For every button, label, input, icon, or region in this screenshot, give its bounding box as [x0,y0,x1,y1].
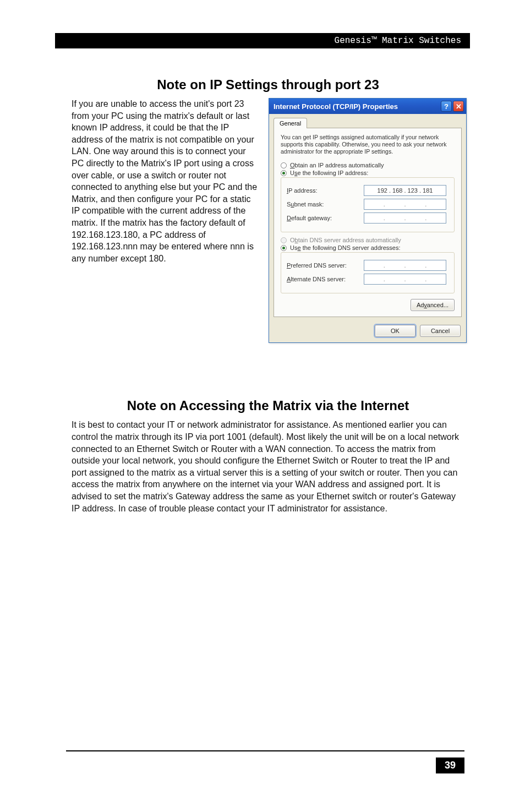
section2-heading: Note on Accessing the Matrix via the Int… [72,398,464,413]
radio-icon [281,237,287,243]
dialog-titlebar[interactable]: Internet Protocol (TCP/IP) Properties ? … [269,99,466,114]
ip-fieldset: IP address: 192 . 168 . 123 . 181 Subnet… [281,177,455,232]
radio-obtain-dns-auto: Obtain DNS server address automatically [281,237,455,243]
dns-fieldset: Preferred DNS server: ... Alternate DNS … [281,252,455,293]
radio-use-following-ip[interactable]: Use the following IP address: [281,170,455,176]
radio-icon [281,170,287,176]
header-bar: Genesis™ Matrix Switches [55,33,470,48]
radio-icon [281,245,287,251]
alternate-dns-input[interactable]: ... [364,274,446,285]
preferred-dns-input[interactable]: ... [364,260,446,271]
radio-obtain-ip-auto[interactable]: Obtain an IP address automatically [281,162,455,168]
radio-auto-ip-label: btain an IP address automatically [295,162,384,168]
subnet-mask-input[interactable]: ... [364,199,446,210]
default-gateway-input[interactable]: ... [364,212,446,224]
ip-address-value: 192 . 168 . 123 . 181 [378,187,433,194]
tcpip-properties-dialog: Internet Protocol (TCP/IP) Properties ? … [269,98,467,343]
ip-address-input[interactable]: 192 . 168 . 123 . 181 [364,185,446,196]
advanced-button[interactable]: Advanced... [411,299,455,311]
close-icon[interactable]: ✕ [453,101,464,112]
dialog-title: Internet Protocol (TCP/IP) Properties [274,102,398,111]
section2-body: It is best to contact your IT or network… [72,419,464,514]
page-number: 39 [436,757,464,773]
radio-icon [281,162,287,168]
dialog-intro: You can get IP settings assigned automat… [281,134,455,155]
footer-rule [66,750,464,751]
cancel-button[interactable]: Cancel [420,325,461,337]
tab-general[interactable]: General [274,118,307,128]
section1-body: If you are unable to access the unit's p… [72,98,259,343]
radio-use-following-dns[interactable]: Use the following DNS server addresses: [281,244,455,251]
help-icon[interactable]: ? [441,101,452,112]
header-title: Genesis™ Matrix Switches [335,36,461,46]
ok-button[interactable]: OK [375,325,415,337]
section1-heading: Note on IP Settings through port 23 [72,77,464,92]
